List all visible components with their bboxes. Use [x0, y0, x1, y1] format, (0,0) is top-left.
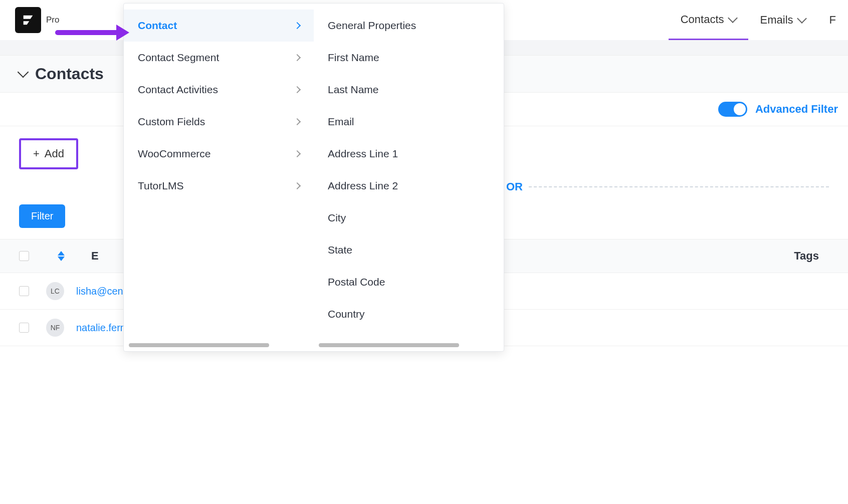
toggle-knob [734, 103, 746, 115]
chevron-right-icon [294, 182, 301, 189]
chevron-right-icon [294, 22, 301, 29]
chevron-right-icon [294, 118, 301, 125]
dropdown-category-contact[interactable]: Contact [124, 10, 314, 42]
divider-line [529, 186, 829, 187]
dropdown-property-address1[interactable]: Address Line 1 [314, 138, 504, 170]
dropdown-property-email[interactable]: Email [314, 106, 504, 138]
dropdown-property-first-name[interactable]: First Name [314, 42, 504, 74]
chevron-down-icon [797, 14, 807, 24]
avatar: NF [46, 319, 64, 337]
dropdown-property-city[interactable]: City [314, 202, 504, 234]
dropdown-property-country[interactable]: Country [314, 298, 504, 330]
advanced-filter-toggle[interactable] [718, 102, 747, 117]
dropdown-property-state[interactable]: State [314, 234, 504, 266]
dropdown-category-contact-segment[interactable]: Contact Segment [124, 42, 314, 74]
email-column-header[interactable]: E [91, 249, 99, 263]
dropdown-property-address2[interactable]: Address Line 2 [314, 170, 504, 202]
avatar: LC [46, 282, 64, 300]
add-filter-button[interactable]: + Add [19, 138, 78, 169]
sort-icon [46, 251, 76, 261]
nav-contacts-label: Contacts [681, 13, 724, 26]
logo-badge: Pro [46, 15, 59, 25]
add-button-label: Add [45, 147, 64, 160]
row-checkbox[interactable] [19, 286, 29, 296]
dropdown-category-custom-fields[interactable]: Custom Fields [124, 106, 314, 138]
nav-more[interactable]: F [817, 0, 848, 40]
tags-column-header[interactable]: Tags [794, 249, 819, 263]
filter-button[interactable]: Filter [19, 204, 65, 228]
dropdown-property-general[interactable]: General Properties [314, 10, 504, 42]
dropdown-category-woocommerce[interactable]: WooCommerce [124, 138, 314, 170]
plus-icon: + [33, 147, 40, 160]
chevron-right-icon [294, 86, 301, 93]
chevron-right-icon [294, 150, 301, 157]
arrow-annotation [55, 30, 120, 35]
scrollbar[interactable] [129, 343, 269, 346]
filter-button-label: Filter [31, 210, 53, 221]
page-title: Contacts [35, 65, 104, 83]
row-checkbox[interactable] [19, 323, 29, 333]
dropdown-category-contact-activities[interactable]: Contact Activities [124, 74, 314, 106]
chevron-down-icon [728, 13, 738, 23]
sort-column[interactable] [46, 251, 76, 261]
nav-emails-label: Emails [760, 14, 793, 27]
nav-contacts[interactable]: Contacts [669, 0, 748, 40]
app-logo [15, 7, 41, 33]
dropdown-property-postal[interactable]: Postal Code [314, 266, 504, 298]
nav-items: Contacts Emails F [669, 0, 848, 40]
select-all-checkbox[interactable] [19, 251, 29, 261]
dropdown-categories-column: Contact Contact Segment Contact Activiti… [124, 4, 314, 346]
scrollbar[interactable] [319, 343, 459, 346]
nav-more-label: F [829, 14, 836, 27]
dropdown-property-last-name[interactable]: Last Name [314, 74, 504, 106]
or-label: OR [500, 180, 529, 193]
nav-emails[interactable]: Emails [748, 0, 817, 40]
filter-category-dropdown: Contact Contact Segment Contact Activiti… [123, 3, 504, 346]
dropdown-properties-column: General Properties First Name Last Name … [314, 4, 504, 346]
dropdown-category-tutorlms[interactable]: TutorLMS [124, 170, 314, 202]
chevron-right-icon [294, 54, 301, 61]
collapse-icon[interactable] [18, 66, 29, 78]
advanced-filter-label: Advanced Filter [755, 103, 838, 116]
